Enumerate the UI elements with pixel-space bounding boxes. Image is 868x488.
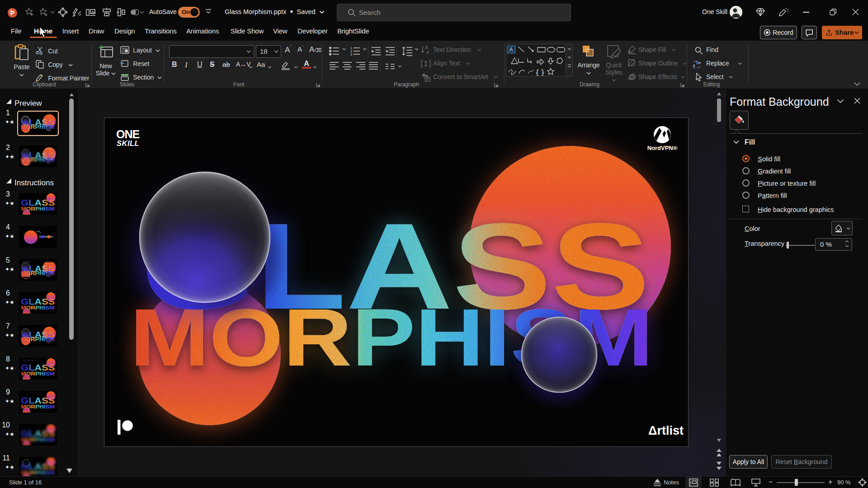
svg-text:SKILL: SKILL <box>117 139 139 147</box>
svg-text:c: c <box>693 64 696 69</box>
svg-text:NordVPN®: NordVPN® <box>647 145 678 151</box>
svg-text:b: b <box>696 60 699 65</box>
svg-text:A: A <box>425 45 429 50</box>
svg-text:3: 3 <box>350 53 352 56</box>
svg-text:2: 2 <box>350 50 352 53</box>
svg-text:{: { <box>536 68 538 76</box>
svg-text:}: } <box>542 68 544 76</box>
svg-text:1: 1 <box>350 47 352 50</box>
svg-text:Δrtlist: Δrtlist <box>648 424 684 437</box>
svg-text:A: A <box>509 47 513 53</box>
svg-text:P: P <box>10 9 14 17</box>
svg-text:ONE: ONE <box>116 128 140 141</box>
